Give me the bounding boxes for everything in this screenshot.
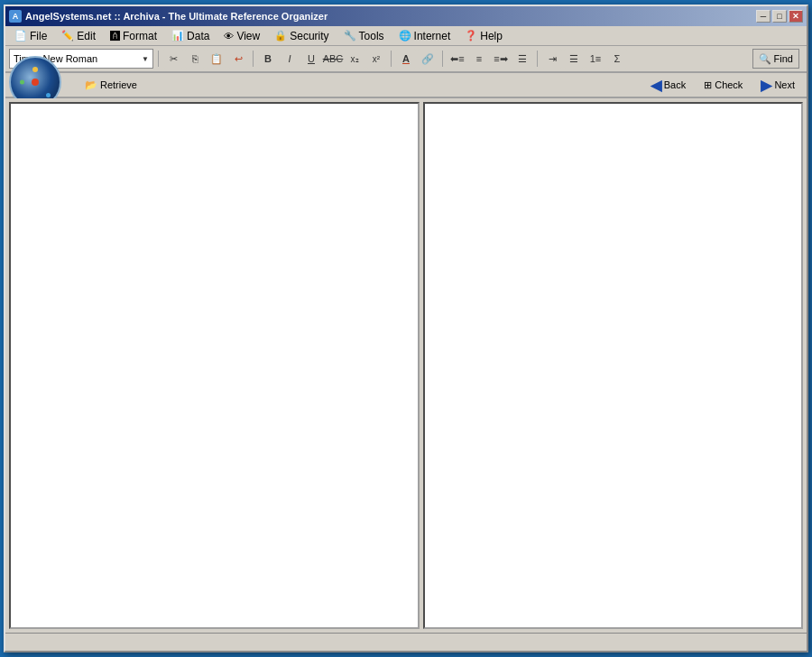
retrieve-button[interactable]: 📂 Retrieve xyxy=(77,75,145,95)
bullets-button[interactable]: ☰ xyxy=(564,49,584,69)
menu-security-label: Security xyxy=(290,30,328,42)
menu-view[interactable]: 👁 View xyxy=(217,26,267,45)
find-icon: 🔍 xyxy=(759,53,771,65)
separator-5 xyxy=(537,51,538,67)
subscript-button[interactable]: x₂ xyxy=(345,49,364,69)
logo-center xyxy=(32,79,39,86)
tools-menu-icon: 🔧 xyxy=(344,30,356,42)
next-arrow-icon: ▶ xyxy=(761,77,771,94)
undo-button[interactable]: ↩ xyxy=(228,49,248,69)
menu-edit[interactable]: ✏️ Edit xyxy=(54,26,103,45)
retrieve-label: Retrieve xyxy=(100,79,137,90)
copy-button[interactable]: ⎘ xyxy=(185,49,205,69)
font-color-button[interactable]: A xyxy=(396,49,416,69)
strikethrough-button[interactable]: ABC xyxy=(323,49,343,69)
cut-button[interactable]: ✂ xyxy=(163,49,183,69)
retrieve-icon: 📂 xyxy=(85,79,97,91)
view-menu-icon: 👁 xyxy=(224,31,234,42)
internet-menu-icon: 🌐 xyxy=(399,30,411,42)
justify-button[interactable]: ☰ xyxy=(512,49,532,69)
logo-inner xyxy=(18,65,52,99)
logo-dot-3 xyxy=(20,79,24,84)
check-button[interactable]: ⊞ Check xyxy=(696,75,751,95)
menu-tools[interactable]: 🔧 Tools xyxy=(337,26,392,45)
menu-format[interactable]: 🅰 Format xyxy=(103,26,164,45)
format-menu-icon: 🅰 xyxy=(110,31,120,42)
separator-1 xyxy=(158,51,159,67)
paste-button[interactable]: 📋 xyxy=(207,49,226,69)
window-controls: ─ □ ✕ xyxy=(756,10,803,23)
back-arrow-icon: ◀ xyxy=(651,77,661,94)
help-menu-icon: ❓ xyxy=(465,30,477,42)
formatting-toolbar: Times New Roman ▼ ✂ ⎘ 📋 ↩ B I U ABC x₂ xyxy=(5,46,807,71)
right-panel[interactable] xyxy=(423,102,803,629)
close-button[interactable]: ✕ xyxy=(789,10,803,23)
separator-3 xyxy=(391,51,392,67)
menu-file[interactable]: 📄 File xyxy=(7,26,54,45)
next-label: Next xyxy=(774,79,795,90)
toolbar: Times New Roman ▼ ✂ ⎘ 📋 ↩ B I U ABC x₂ xyxy=(5,46,807,73)
logo-dot-1 xyxy=(32,67,38,72)
font-dropdown-arrow: ▼ xyxy=(142,55,149,63)
find-area: 🔍 Find xyxy=(752,49,803,69)
status-bar xyxy=(5,633,807,651)
superscript-button[interactable]: x² xyxy=(366,49,386,69)
indent-button[interactable]: ⇥ xyxy=(542,49,562,69)
find-label: Find xyxy=(774,53,793,64)
maximize-button[interactable]: □ xyxy=(772,10,787,23)
separator-2 xyxy=(253,51,254,67)
check-label: Check xyxy=(715,79,743,90)
logo-dot-2 xyxy=(46,93,51,97)
sigma-button[interactable]: Σ xyxy=(607,49,627,69)
file-menu-icon: 📄 xyxy=(14,30,27,42)
app-icon: A xyxy=(9,10,22,23)
menu-file-label: File xyxy=(30,30,47,42)
align-right-button[interactable]: ≡➡ xyxy=(491,49,511,69)
menu-data[interactable]: 📊 Data xyxy=(164,26,217,45)
menu-security[interactable]: 🔒 Security xyxy=(267,26,336,45)
security-menu-icon: 🔒 xyxy=(274,30,287,42)
left-panel[interactable] xyxy=(9,102,420,629)
main-content xyxy=(5,98,807,633)
navigation-bar: 📂 Retrieve ◀ Back ⊞ Check ▶ Next xyxy=(5,73,807,98)
separator-4 xyxy=(442,51,443,67)
title-bar: A AngelSystems.net :: Archiva - The Ulti… xyxy=(5,6,807,26)
menu-data-label: Data xyxy=(187,30,209,42)
menu-help[interactable]: ❓ Help xyxy=(457,26,510,45)
data-menu-icon: 📊 xyxy=(171,30,184,42)
menu-view-label: View xyxy=(236,30,260,42)
menu-tools-label: Tools xyxy=(359,30,384,42)
find-button[interactable]: 🔍 Find xyxy=(752,49,799,69)
underline-button[interactable]: U xyxy=(301,49,321,69)
italic-button[interactable]: I xyxy=(280,49,300,69)
hyperlink-button[interactable]: 🔗 xyxy=(418,49,438,69)
minimize-button[interactable]: ─ xyxy=(756,10,770,23)
menu-internet[interactable]: 🌐 Internet xyxy=(392,26,458,45)
menu-bar: 📄 File ✏️ Edit 🅰 Format 📊 Data 👁 View 🔒 … xyxy=(5,26,807,46)
bold-button[interactable]: B xyxy=(258,49,278,69)
check-icon: ⊞ xyxy=(704,79,712,91)
align-left-button[interactable]: ⬅≡ xyxy=(448,49,467,69)
numbering-button[interactable]: 1≡ xyxy=(586,49,605,69)
menu-format-label: Format xyxy=(123,30,157,42)
next-button[interactable]: ▶ Next xyxy=(752,75,803,95)
back-button[interactable]: ◀ Back xyxy=(642,75,694,95)
back-label: Back xyxy=(664,79,686,90)
align-center-button[interactable]: ≡ xyxy=(469,49,489,69)
edit-menu-icon: ✏️ xyxy=(61,30,74,42)
menu-help-label: Help xyxy=(480,30,503,42)
window-title: AngelSystems.net :: Archiva - The Ultima… xyxy=(25,11,328,22)
menu-internet-label: Internet xyxy=(414,30,451,42)
menu-edit-label: Edit xyxy=(77,30,96,42)
